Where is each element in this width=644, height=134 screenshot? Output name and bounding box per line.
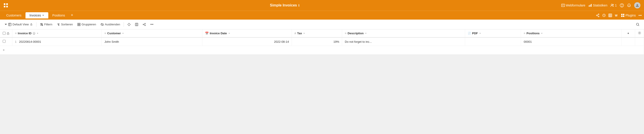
row-checkbox[interactable] [3,40,6,43]
th-positions-dropdown[interactable] [541,32,543,35]
table-header-row: ≡ Invoice ID i ≡ Customer 📅 [0,29,644,37]
td-invoice-date[interactable]: 2022-08-14 [202,37,292,46]
header-right: Webformulare Statistiken 1 [561,2,640,8]
app-info-icon[interactable]: ℹ [298,4,300,7]
webformulare-button[interactable]: Webformulare [561,3,586,7]
svg-rect-31 [8,23,11,26]
notifications-icon[interactable] [627,3,631,7]
toolbar: Default View Filtern Sortieren Gruppiere… [0,20,644,29]
th-tax-icon: # [294,32,296,35]
th-invoice-id-label: Invoice ID [18,32,32,35]
tab-customers[interactable]: Customers [2,12,26,18]
svg-rect-8 [590,5,590,7]
svg-rect-29 [621,16,622,17]
td-description[interactable]: Do not forget to inc... [342,37,465,46]
th-invoice-id-info[interactable]: i [33,32,35,35]
th-positions[interactable]: ≡ Positions [521,29,622,37]
svg-rect-7 [589,5,590,7]
invoice-id-value[interactable]: 20220814-00001 [19,40,41,43]
td-pdf[interactable] [465,37,521,46]
svg-rect-54 [135,23,138,26]
hide-btn[interactable]: Ausblenden [99,22,122,27]
svg-rect-30 [623,16,624,17]
th-customer[interactable]: ≡ Customer [102,29,202,37]
svg-point-42 [41,24,42,25]
invoices-table: ≡ Invoice ID i ≡ Customer 📅 [0,29,644,55]
plugins-button[interactable]: Plugins [621,14,636,17]
th-invoice-id-dropdown[interactable] [36,32,39,35]
sort-btn[interactable]: Sortieren [55,22,75,27]
td-checkbox[interactable] [0,37,12,46]
statistiken-button[interactable]: Statistiken [588,3,608,7]
view-dropdown-btn[interactable]: Default View [3,22,34,27]
svg-point-10 [611,4,612,5]
th-customer-icon: ≡ [104,32,106,35]
th-invoice-date-label: Invoice Date [210,32,227,35]
th-invoice-date[interactable]: 📅 Invoice Date [202,29,292,37]
more-toolbar-icon[interactable]: ••• [148,22,155,27]
tab-invoices[interactable]: Invoices [26,12,48,18]
search-btn[interactable] [634,22,641,27]
select-all-checkbox[interactable] [3,32,6,35]
tab-positions[interactable]: Positions [48,12,69,18]
add-row[interactable]: + [0,46,644,55]
th-add-column[interactable]: + [622,29,635,37]
row-height-icon[interactable] [126,22,132,27]
app-grid-icon[interactable] [4,3,8,7]
filter-btn[interactable]: Filtern [38,22,54,27]
th-settings[interactable] [635,29,644,37]
svg-point-59 [145,25,146,26]
svg-point-57 [145,23,146,24]
more-options-icon[interactable]: ••• [638,14,642,17]
add-tab-button[interactable]: + [69,12,75,18]
fields-icon[interactable] [133,22,140,27]
th-customer-label: Customer [107,32,121,35]
share-icon [143,23,146,26]
svg-rect-0 [4,3,5,5]
th-tax-dropdown[interactable] [303,32,305,35]
td-positions[interactable]: 00001 [521,37,622,46]
history-icon[interactable] [602,14,606,17]
th-pdf-dropdown[interactable] [479,32,481,35]
settings-icon [638,31,641,35]
th-positions-label: Positions [526,32,540,35]
th-tax[interactable]: # Tax [292,29,342,37]
plugins-label: Plugins [626,14,636,17]
th-date-dropdown[interactable] [228,32,230,35]
td-settings [635,37,644,46]
th-description[interactable]: ≡ Description [342,29,465,37]
th-desc-dropdown[interactable] [365,32,367,35]
th-pdf[interactable]: 📄 PDF [465,29,521,37]
svg-rect-28 [623,14,624,15]
table-container: ≡ Invoice ID i ≡ Customer 📅 [0,29,644,55]
td-invoice-id: 1 20220814-00001 [12,37,102,46]
add-row-cell[interactable]: + [0,46,644,55]
th-invoice-id[interactable]: ≡ Invoice ID i [12,29,102,37]
svg-point-41 [41,23,41,24]
svg-point-13 [622,6,622,7]
svg-point-14 [636,4,638,6]
table-row: 1 20220814-00001 John Smith 2022-08-14 1… [0,37,644,46]
avatar[interactable] [634,2,640,8]
th-pdf-icon: 📄 [468,32,471,35]
share-data-icon[interactable] [141,22,148,27]
view-dropdown-icon [4,23,7,26]
help-icon[interactable] [620,3,624,7]
svg-rect-49 [79,23,80,24]
svg-rect-9 [591,4,592,7]
th-description-label: Description [348,32,364,35]
table-config-icon[interactable] [608,14,612,17]
svg-rect-48 [78,23,79,24]
plugins-icon [621,14,624,17]
th-tax-label: Tax [297,32,302,35]
users-count: 1 [615,3,617,7]
share-icon[interactable] [596,14,600,17]
group-btn[interactable]: Gruppieren [76,22,98,27]
webformulare-label: Webformulare [566,3,586,7]
td-customer[interactable]: John Smith [102,37,202,46]
wp-icon[interactable]: W [615,14,618,17]
th-checkbox[interactable] [0,29,12,37]
users-button[interactable]: 1 [610,3,617,7]
td-tax[interactable]: 19% [292,37,342,46]
th-customer-dropdown[interactable] [122,32,124,35]
